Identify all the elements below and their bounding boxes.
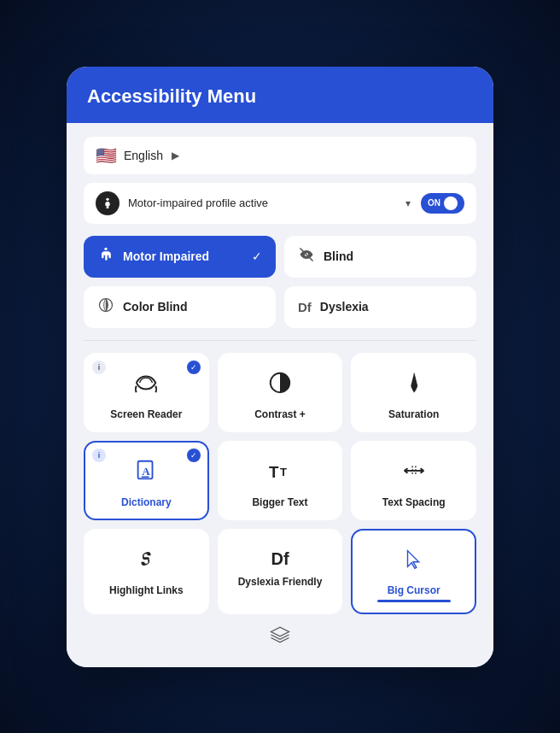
profile-chips-grid: Motor Impaired ✓ Blind bbox=[84, 236, 476, 328]
card-header: Accessibility Menu bbox=[67, 67, 493, 123]
toggle-ball bbox=[444, 196, 458, 210]
bigger-text-icon: T T bbox=[267, 458, 293, 490]
screen-reader-info: i bbox=[92, 361, 106, 374]
screen-reader-check: ✓ bbox=[187, 361, 201, 374]
dyslexia-friendly-icon: Df bbox=[271, 549, 289, 569]
svg-rect-7 bbox=[142, 476, 149, 477]
feature-contrast[interactable]: Contrast + bbox=[218, 353, 343, 432]
chip-dyslexia-label: Dyslexia bbox=[320, 300, 369, 314]
chip-color-blind[interactable]: Color Blind bbox=[84, 286, 276, 328]
language-arrow: ▶ bbox=[172, 150, 179, 161]
feature-highlight-links[interactable]: Highlight Links bbox=[84, 529, 209, 614]
dictionary-check: ✓ bbox=[187, 449, 201, 462]
contrast-label: Contrast + bbox=[254, 408, 306, 420]
feature-screen-reader[interactable]: i ✓ Screen Reader bbox=[84, 353, 209, 432]
saturation-label: Saturation bbox=[388, 408, 439, 420]
dictionary-icon: A bbox=[133, 458, 159, 490]
svg-rect-17 bbox=[143, 557, 150, 560]
accessibility-menu-card: Accessibility Menu 🇺🇸 English ▶ Motor-im… bbox=[67, 67, 493, 667]
chip-dyslexia[interactable]: Df Dyslexia bbox=[284, 286, 476, 328]
color-blind-icon bbox=[97, 296, 114, 318]
saturation-icon bbox=[401, 370, 427, 402]
chip-motor-impaired-check: ✓ bbox=[252, 249, 262, 263]
screen-reader-label: Screen Reader bbox=[110, 408, 182, 420]
feature-grid: i ✓ Screen Reader bbox=[84, 353, 476, 614]
highlight-links-icon bbox=[133, 546, 159, 578]
chip-motor-impaired[interactable]: Motor Impaired ✓ bbox=[84, 236, 276, 278]
feature-dictionary[interactable]: i ✓ A Dictionary bbox=[84, 441, 209, 520]
dyslexia-icon: Df bbox=[298, 300, 312, 314]
contrast-icon bbox=[267, 370, 293, 402]
dictionary-info: i bbox=[92, 449, 106, 462]
profile-dropdown-icon[interactable]: ▾ bbox=[405, 197, 411, 209]
dictionary-label: Dictionary bbox=[121, 496, 172, 508]
svg-point-1 bbox=[104, 247, 107, 249]
profile-label: Motor-impaired profile active bbox=[128, 196, 405, 209]
chip-motor-impaired-label: Motor Impaired bbox=[123, 249, 209, 263]
card-body: 🇺🇸 English ▶ Motor-impaired profile acti… bbox=[67, 123, 493, 667]
flag-icon: 🇺🇸 bbox=[96, 145, 117, 166]
blind-icon bbox=[298, 246, 315, 267]
feature-big-cursor[interactable]: Big Cursor bbox=[351, 529, 476, 614]
feature-saturation[interactable]: Saturation bbox=[351, 353, 476, 432]
big-cursor-underline bbox=[377, 600, 451, 602]
motor-impaired-icon bbox=[97, 246, 114, 267]
dyslexia-friendly-label: Dyslexia Friendly bbox=[238, 576, 323, 588]
svg-text:T: T bbox=[269, 462, 279, 480]
card-body-inner: 🇺🇸 English ▶ Motor-impaired profile acti… bbox=[84, 137, 476, 650]
divider-1 bbox=[84, 340, 476, 341]
language-label: English bbox=[124, 149, 163, 162]
text-spacing-icon bbox=[401, 458, 427, 490]
bigger-text-label: Bigger Text bbox=[252, 496, 307, 508]
profile-icon bbox=[96, 191, 120, 215]
menu-title: Accessibility Menu bbox=[87, 85, 473, 108]
feature-dyslexia-friendly[interactable]: Df Dyslexia Friendly bbox=[218, 529, 343, 614]
highlight-links-label: Highlight Links bbox=[109, 584, 184, 596]
text-spacing-label: Text Spacing bbox=[382, 496, 446, 508]
feature-text-spacing[interactable]: Text Spacing bbox=[351, 441, 476, 520]
feature-bigger-text[interactable]: T T Bigger Text bbox=[218, 441, 343, 520]
profile-row: Motor-impaired profile active ▾ ON bbox=[84, 183, 476, 224]
chip-blind[interactable]: Blind bbox=[284, 236, 476, 278]
chip-blind-label: Blind bbox=[324, 249, 353, 263]
big-cursor-label: Big Cursor bbox=[388, 584, 440, 596]
layers-icon bbox=[268, 623, 292, 647]
toggle-label: ON bbox=[428, 198, 440, 208]
chip-color-blind-label: Color Blind bbox=[123, 300, 187, 314]
svg-text:A: A bbox=[143, 464, 151, 477]
svg-text:T: T bbox=[280, 465, 287, 478]
bottom-icon-area bbox=[84, 614, 476, 650]
svg-point-0 bbox=[106, 197, 108, 200]
big-cursor-icon bbox=[401, 546, 427, 578]
profile-toggle[interactable]: ON bbox=[421, 193, 464, 214]
screen-reader-icon bbox=[133, 370, 159, 402]
language-row[interactable]: 🇺🇸 English ▶ bbox=[84, 137, 476, 174]
